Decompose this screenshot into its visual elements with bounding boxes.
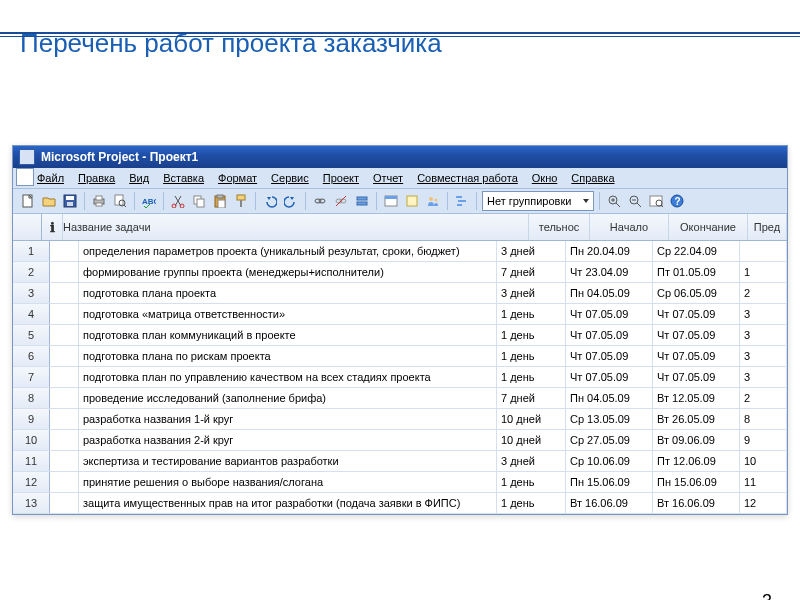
end-cell[interactable]: Вт 26.05.09: [653, 409, 740, 429]
link-button[interactable]: [311, 192, 329, 210]
start-cell[interactable]: Чт 23.04.09: [566, 262, 653, 282]
menu-edit[interactable]: Правка: [78, 172, 115, 184]
pred-cell[interactable]: 8: [740, 409, 787, 429]
task-name-cell[interactable]: подготовка плана по рискам проекта: [79, 346, 497, 366]
split-button[interactable]: [353, 192, 371, 210]
format-painter-button[interactable]: [232, 192, 250, 210]
task-name-cell[interactable]: подготовка план по управлению качеством …: [79, 367, 497, 387]
start-cell[interactable]: Пн 04.05.09: [566, 283, 653, 303]
zoom-in-button[interactable]: [605, 192, 623, 210]
copy-button[interactable]: [190, 192, 208, 210]
pred-cell[interactable]: 2: [740, 388, 787, 408]
row-number[interactable]: 8: [13, 388, 50, 408]
duration-cell[interactable]: 10 дней: [497, 409, 566, 429]
pred-cell[interactable]: 3: [740, 304, 787, 324]
row-number[interactable]: 10: [13, 430, 50, 450]
duration-cell[interactable]: 7 дней: [497, 262, 566, 282]
pred-cell[interactable]: 1: [740, 262, 787, 282]
table-row[interactable]: 1определения параметров проекта (уникаль…: [13, 241, 787, 262]
row-number[interactable]: 1: [13, 241, 50, 261]
duration-cell[interactable]: 1 день: [497, 325, 566, 345]
row-number[interactable]: 12: [13, 472, 50, 492]
info-cell[interactable]: [50, 493, 79, 513]
info-cell[interactable]: [50, 304, 79, 324]
info-cell[interactable]: [50, 241, 79, 261]
table-row[interactable]: 8проведение исследований (заполнение бри…: [13, 388, 787, 409]
start-cell[interactable]: Чт 07.05.09: [566, 304, 653, 324]
duration-cell[interactable]: 3 дней: [497, 451, 566, 471]
grid-corner[interactable]: [13, 214, 42, 240]
end-cell[interactable]: Вт 12.05.09: [653, 388, 740, 408]
zoom-out-button[interactable]: [626, 192, 644, 210]
col-info[interactable]: ℹ: [42, 214, 63, 240]
duration-cell[interactable]: 3 дней: [497, 241, 566, 261]
duration-cell[interactable]: 3 дней: [497, 283, 566, 303]
info-cell[interactable]: [50, 388, 79, 408]
cut-button[interactable]: [169, 192, 187, 210]
undo-button[interactable]: [261, 192, 279, 210]
menu-project[interactable]: Проект: [323, 172, 359, 184]
start-cell[interactable]: Ср 10.06.09: [566, 451, 653, 471]
table-row[interactable]: 12принятие решения о выборе названия/сло…: [13, 472, 787, 493]
row-number[interactable]: 13: [13, 493, 50, 513]
end-cell[interactable]: Пт 12.06.09: [653, 451, 740, 471]
row-number[interactable]: 9: [13, 409, 50, 429]
table-row[interactable]: 5подготовка план коммуникаций в проекте1…: [13, 325, 787, 346]
project-icon[interactable]: [16, 168, 34, 186]
pred-cell[interactable]: 3: [740, 346, 787, 366]
info-cell[interactable]: [50, 472, 79, 492]
col-start[interactable]: Начало: [590, 214, 669, 240]
row-number[interactable]: 5: [13, 325, 50, 345]
spellcheck-button[interactable]: ABC: [140, 192, 158, 210]
start-cell[interactable]: Чт 07.05.09: [566, 346, 653, 366]
info-cell[interactable]: [50, 325, 79, 345]
task-name-cell[interactable]: экспертиза и тестирование вариантов разр…: [79, 451, 497, 471]
info-cell[interactable]: [50, 346, 79, 366]
end-cell[interactable]: Чт 07.05.09: [653, 325, 740, 345]
task-name-cell[interactable]: подготовка план коммуникаций в проекте: [79, 325, 497, 345]
start-cell[interactable]: Чт 07.05.09: [566, 325, 653, 345]
start-cell[interactable]: Пн 15.06.09: [566, 472, 653, 492]
menu-view[interactable]: Вид: [129, 172, 149, 184]
unlink-button[interactable]: [332, 192, 350, 210]
duration-cell[interactable]: 7 дней: [497, 388, 566, 408]
task-name-cell[interactable]: разработка названия 2-й круг: [79, 430, 497, 450]
goto-button[interactable]: [647, 192, 665, 210]
save-button[interactable]: [61, 192, 79, 210]
pred-cell[interactable]: 11: [740, 472, 787, 492]
col-end[interactable]: Окончание: [669, 214, 748, 240]
pred-cell[interactable]: 10: [740, 451, 787, 471]
start-cell[interactable]: Ср 27.05.09: [566, 430, 653, 450]
table-row[interactable]: 2формирование группы проекта (менеджеры+…: [13, 262, 787, 283]
end-cell[interactable]: Пт 01.05.09: [653, 262, 740, 282]
end-cell[interactable]: Вт 09.06.09: [653, 430, 740, 450]
table-row[interactable]: 7подготовка план по управлению качеством…: [13, 367, 787, 388]
pred-cell[interactable]: [740, 241, 787, 261]
task-info-button[interactable]: [382, 192, 400, 210]
duration-cell[interactable]: 1 день: [497, 304, 566, 324]
start-cell[interactable]: Вт 16.06.09: [566, 493, 653, 513]
menu-window[interactable]: Окно: [532, 172, 558, 184]
end-cell[interactable]: Чт 07.05.09: [653, 346, 740, 366]
start-cell[interactable]: Пн 04.05.09: [566, 388, 653, 408]
row-number[interactable]: 7: [13, 367, 50, 387]
task-name-cell[interactable]: подготовка «матрица ответственности»: [79, 304, 497, 324]
paste-button[interactable]: [211, 192, 229, 210]
row-number[interactable]: 4: [13, 304, 50, 324]
row-number[interactable]: 3: [13, 283, 50, 303]
task-name-cell[interactable]: разработка названия 1-й круг: [79, 409, 497, 429]
task-name-cell[interactable]: определения параметров проекта (уникальн…: [79, 241, 497, 261]
end-cell[interactable]: Ср 06.05.09: [653, 283, 740, 303]
menu-tools[interactable]: Сервис: [271, 172, 309, 184]
row-number[interactable]: 6: [13, 346, 50, 366]
pred-cell[interactable]: 9: [740, 430, 787, 450]
menu-report[interactable]: Отчет: [373, 172, 403, 184]
info-cell[interactable]: [50, 430, 79, 450]
print-button[interactable]: [90, 192, 108, 210]
menu-file[interactable]: Файл: [37, 172, 64, 184]
duration-cell[interactable]: 1 день: [497, 367, 566, 387]
table-row[interactable]: 9разработка названия 1-й круг10 днейСр 1…: [13, 409, 787, 430]
table-row[interactable]: 6подготовка плана по рискам проекта1 ден…: [13, 346, 787, 367]
duration-cell[interactable]: 1 день: [497, 472, 566, 492]
print-preview-button[interactable]: [111, 192, 129, 210]
